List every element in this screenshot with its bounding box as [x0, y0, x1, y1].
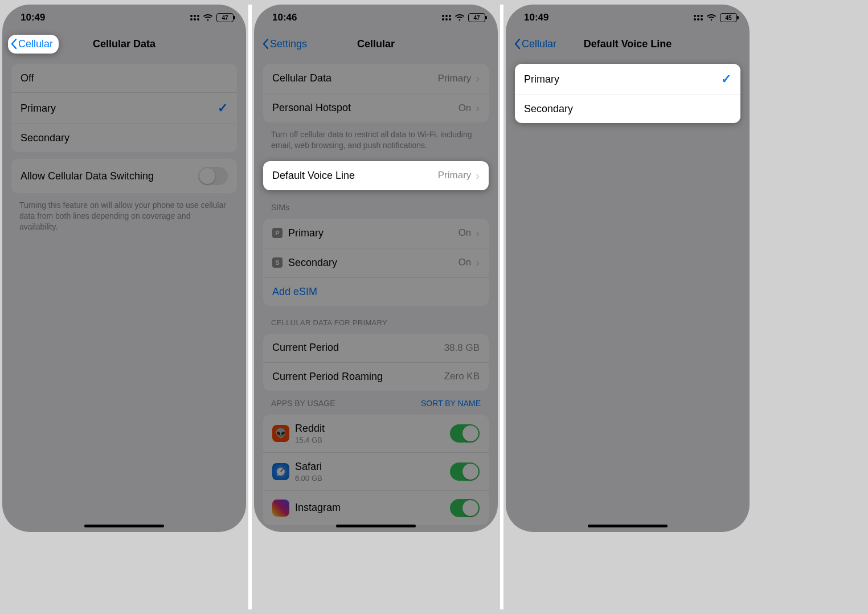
option-primary[interactable]: Primary ✓: [11, 92, 237, 124]
option-secondary[interactable]: Secondary: [11, 124, 237, 152]
signal-icon: [694, 15, 703, 21]
back-label: Cellular: [522, 38, 556, 50]
data-footer: Turn off cellular data to restrict all d…: [271, 129, 481, 151]
chevron-right-icon: ›: [476, 227, 480, 240]
checkmark-icon: ✓: [721, 72, 731, 87]
home-indicator[interactable]: [84, 525, 164, 527]
battery-icon: 47: [216, 13, 234, 22]
status-bar: 10:49 47: [2, 5, 246, 31]
status-time: 10:49: [21, 12, 45, 23]
back-button[interactable]: Settings: [260, 35, 313, 54]
nav-header: Cellular Default Voice Line: [506, 31, 750, 57]
checkmark-icon: ✓: [218, 101, 228, 116]
sim-badge-primary: P: [272, 228, 282, 238]
sim-badge-secondary: S: [272, 257, 282, 268]
switching-footer: Turning this feature on will allow your …: [19, 200, 229, 232]
row-sim-secondary[interactable]: S Secondary On›: [263, 248, 489, 277]
signal-icon: [442, 15, 451, 21]
status-bar: 10:46 47: [254, 5, 498, 31]
chevron-left-icon: [514, 38, 521, 50]
sims-header: SIMs: [271, 203, 481, 212]
battery-icon: 45: [720, 13, 737, 22]
row-personal-hotspot[interactable]: Personal Hotspot On›: [263, 93, 489, 122]
chevron-right-icon: ›: [476, 256, 480, 269]
safari-icon: [272, 463, 289, 480]
row-sim-primary[interactable]: P Primary On›: [263, 219, 489, 248]
chevron-left-icon: [262, 38, 269, 50]
back-button[interactable]: Cellular: [8, 35, 59, 54]
wifi-icon: [203, 14, 213, 22]
usage-header: CELLULAR DATA FOR PRIMARY: [271, 318, 481, 327]
voice-line-options: Primary ✓ Secondary: [515, 64, 740, 123]
reddit-icon: 👽: [272, 425, 289, 442]
screen-cellular-data: 10:49 47 Cellular Cellular Data Off Prim…: [2, 5, 246, 532]
toggle-reddit[interactable]: [450, 424, 480, 443]
voice-line-group: Default Voice Line Primary›: [263, 161, 489, 190]
toggle-allow-switching[interactable]: [198, 167, 228, 185]
chevron-right-icon: ›: [476, 72, 480, 85]
option-off[interactable]: Off: [11, 64, 237, 92]
instagram-icon: [272, 500, 289, 517]
row-app-instagram[interactable]: Instagram: [263, 490, 489, 525]
chevron-right-icon: ›: [476, 101, 480, 114]
nav-header: Cellular Cellular Data: [2, 31, 246, 57]
row-allow-switching[interactable]: Allow Cellular Data Switching: [11, 159, 237, 193]
wifi-icon: [706, 14, 716, 22]
row-current-period: Current Period 38.8 GB: [263, 334, 489, 362]
screen-cellular: 10:46 47 Settings Cellular Cellular Data…: [254, 5, 498, 532]
sort-by-name-button[interactable]: SORT BY NAME: [421, 399, 481, 408]
apps-sort-row: APPS BY USAGE SORT BY NAME: [271, 399, 481, 408]
data-line-options: Off Primary ✓ Secondary: [11, 64, 237, 152]
back-label: Cellular: [18, 38, 53, 50]
apps-header: APPS BY USAGE: [271, 399, 335, 408]
home-indicator[interactable]: [588, 525, 668, 527]
row-cellular-data[interactable]: Cellular Data Primary›: [263, 64, 489, 93]
chevron-left-icon: [10, 38, 17, 50]
battery-icon: 47: [468, 13, 485, 22]
screen-default-voice-line: 10:49 45 Cellular Default Voice Line Pri…: [506, 5, 750, 532]
option-primary[interactable]: Primary ✓: [515, 64, 740, 95]
data-group: Cellular Data Primary› Personal Hotspot …: [263, 64, 489, 122]
row-app-safari[interactable]: Safari 6.00 GB: [263, 452, 489, 490]
apps-group: 👽 Reddit 15.4 GB Safari 6.00 GB: [263, 415, 489, 525]
chevron-right-icon: ›: [476, 169, 480, 182]
screen-divider: [248, 5, 252, 609]
back-button[interactable]: Cellular: [511, 35, 562, 54]
status-time: 10:46: [272, 12, 297, 23]
screen-divider: [500, 5, 503, 609]
wifi-icon: [455, 14, 465, 22]
option-secondary[interactable]: Secondary: [515, 95, 740, 123]
status-bar: 10:49 45: [506, 5, 750, 31]
toggle-instagram[interactable]: [450, 499, 480, 517]
row-add-esim[interactable]: Add eSIM: [263, 277, 489, 306]
switching-group: Allow Cellular Data Switching: [11, 159, 237, 193]
row-default-voice-line[interactable]: Default Voice Line Primary›: [263, 161, 489, 190]
row-current-period-roaming: Current Period Roaming Zero KB: [263, 362, 489, 391]
status-time: 10:49: [524, 12, 548, 23]
nav-header: Settings Cellular: [254, 31, 498, 57]
home-indicator[interactable]: [336, 525, 416, 527]
toggle-safari[interactable]: [450, 462, 480, 481]
signal-icon: [190, 15, 199, 21]
sims-group: P Primary On› S Secondary On› Add eSIM: [263, 219, 489, 306]
back-label: Settings: [270, 38, 307, 50]
row-app-reddit[interactable]: 👽 Reddit 15.4 GB: [263, 415, 489, 452]
usage-group: Current Period 38.8 GB Current Period Ro…: [263, 334, 489, 391]
